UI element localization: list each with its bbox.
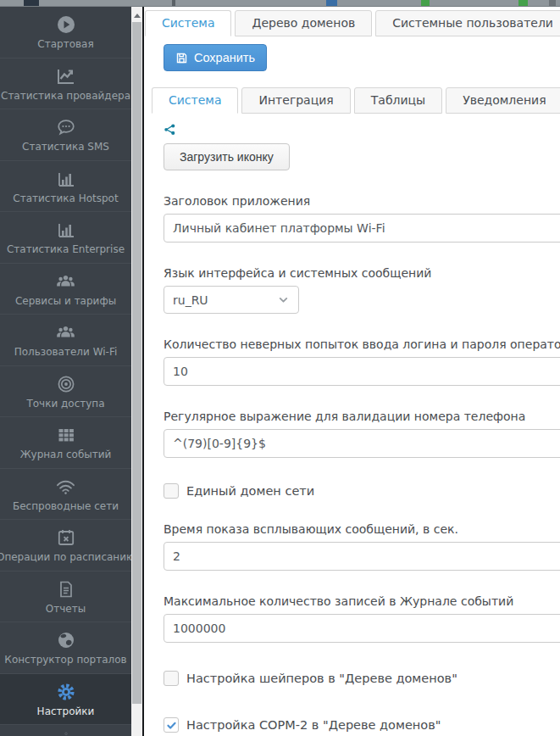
shapers-checkbox[interactable] [164,671,179,686]
sidebar-item-label: Сервисы и тарифы [15,296,116,306]
main-content: Система Дерево доменов Системные пользов… [144,7,560,736]
tab-settings-system[interactable]: Система [152,87,238,114]
browser-icon-fragment [549,0,556,6]
tab-system[interactable]: Система [145,10,231,36]
floppy-icon [175,52,188,64]
sorm-checkbox[interactable] [164,717,179,733]
upload-icon-button[interactable]: Загрузить иконку [164,143,290,170]
sorm-checkbox-row[interactable]: Настройка СОРМ-2 в "Дереве доменов" [164,717,560,733]
gear-icon [56,682,76,702]
app-title-input[interactable] [164,214,560,243]
phone-regex-input[interactable] [164,429,560,458]
sidebar-item-label: Статистика Enterprise [7,244,125,254]
sorm-label: Настройка СОРМ-2 в "Дереве доменов" [186,718,441,732]
journal-max-input[interactable] [164,614,560,643]
table-icon [56,425,76,445]
language-select-value: ru_RU [173,293,208,307]
language-select[interactable]: ru_RU [164,286,299,314]
single-domain-checkbox-row[interactable]: Единый домен сети [164,483,560,499]
save-button-label: Сохранить [194,51,255,64]
language-label: Язык интерфейса и системных сообщений [164,266,560,280]
single-domain-checkbox[interactable] [164,483,179,499]
sidebar-item-hotspot-stats[interactable]: Статистика Hotspot [0,161,131,213]
login-attempts-input[interactable] [164,357,560,386]
users-icon [55,271,76,292]
app-title-label: Заголовок приложения [164,194,560,208]
line-chart-icon [56,66,76,86]
sidebar-item-label: Беспроводные сети [13,501,119,511]
bar-chart-icon [56,169,76,189]
sidebar-item-scheduled-operations[interactable]: Операции по расписанию [0,520,131,572]
sidebar-item-partial[interactable] [0,725,131,735]
sidebar-item-label: Конструктор порталов [4,655,126,665]
sidebar-item-services-tariffs[interactable]: Сервисы и тарифы [0,264,131,315]
browser-chrome-strip [0,0,560,7]
tab-settings-integration[interactable]: Интеграция [241,87,350,114]
bullseye-icon [56,374,76,394]
chevron-down-icon [277,293,290,306]
tab-domain-tree[interactable]: Дерево доменов [235,10,372,36]
sidebar-nav: Стартовая Статистика провайдера Статисти… [0,7,131,736]
phone-regex-label: Регулярное выражение для валидации номер… [164,410,560,423]
browser-icon-fragment [326,0,337,6]
sidebar-item-enterprise-stats[interactable]: Статистика Enterprise [0,212,131,264]
app-title-group: Заголовок приложения [164,194,560,243]
shapers-checkbox-row[interactable]: Настройка шейперов в "Дереве доменов" [164,671,560,686]
browser-icon-fragment [421,0,430,6]
sidebar-item-access-points[interactable]: Точки доступа [0,366,131,418]
users-icon [55,322,76,343]
toast-time-group: Время показа всплывающих сообщений, в се… [164,522,560,571]
toast-time-input[interactable] [164,542,560,571]
sidebar-item-label: Стартовая [37,39,93,49]
tab-system-users[interactable]: Системные пользователи [375,10,560,36]
save-button[interactable]: Сохранить [164,44,267,71]
tab-settings-notifications[interactable]: Уведомления [446,87,560,114]
sidebar-item-label: Журнал событий [20,449,112,460]
comment-dots-icon [56,117,76,137]
settings-form: Заголовок приложения Язык интерфейса и с… [164,194,560,733]
top-tab-bar: Система Дерево доменов Системные пользов… [145,10,560,36]
sidebar-item-label: Точки доступа [26,399,104,409]
phone-regex-group: Регулярное выражение для валидации номер… [164,410,560,458]
sidebar-item-label: Статистика SMS [22,142,109,152]
toast-time-label: Время показа всплывающих сообщений, в се… [164,522,560,536]
scrollbar-up-arrow[interactable] [131,10,142,20]
tab-settings-tables[interactable]: Таблицы [354,87,442,114]
sidebar-item-provider-stats[interactable]: Статистика провайдера [0,59,131,110]
sidebar-item-label: Пользователи Wi-Fi [14,347,118,357]
journal-max-label: Максимальное количество записей в Журнал… [164,594,560,608]
browser-icon-fragment [518,0,528,6]
frame-scrollbar[interactable] [131,7,142,736]
sidebar-item-label: Настройки [37,706,95,716]
settings-tab-bar: Система Интеграция Таблицы Уведомления У [152,87,560,114]
sidebar-item-reports[interactable]: Отчеты [0,572,131,623]
wifi-icon [55,477,76,497]
bar-chart-icon [56,220,76,240]
sidebar-item-wireless-networks[interactable]: Беспроводные сети [0,469,131,521]
partial-icon [56,732,76,735]
calendar-x-icon [56,527,76,548]
sidebar-item-start[interactable]: Стартовая [0,7,131,59]
check-icon [166,720,177,731]
browser-icon-fragment [172,0,175,6]
language-group: Язык интерфейса и системных сообщений ru… [164,266,560,314]
file-text-icon [56,579,76,599]
play-circle-icon [56,14,76,35]
sidebar-item-label: Операции по расписанию [0,552,131,562]
single-domain-label: Единый домен сети [186,484,314,498]
sidebar-item-label: Статистика Hotspot [13,193,118,204]
sidebar-item-label: Статистика провайдера [1,91,130,101]
globe-icon [56,630,76,650]
shapers-label: Настройка шейперов в "Дереве доменов" [186,672,457,685]
share-nodes-icon [164,123,176,136]
sidebar-item-sms-stats[interactable]: Статистика SMS [0,109,131,161]
journal-max-group: Максимальное количество записей в Журнал… [164,594,560,643]
sidebar-item-settings[interactable]: Настройки [0,674,131,726]
scrollbar-thumb[interactable] [132,22,141,704]
sidebar-item-event-log[interactable]: Журнал событий [0,417,131,469]
login-attempts-label: Количество неверных попыток ввода логина… [164,337,560,351]
browser-icon-fragment [24,0,39,6]
sidebar-item-wifi-users[interactable]: Пользователи Wi-Fi [0,315,131,366]
login-attempts-group: Количество неверных попыток ввода логина… [164,337,560,386]
sidebar-item-portal-builder[interactable]: Конструктор порталов [0,622,131,674]
